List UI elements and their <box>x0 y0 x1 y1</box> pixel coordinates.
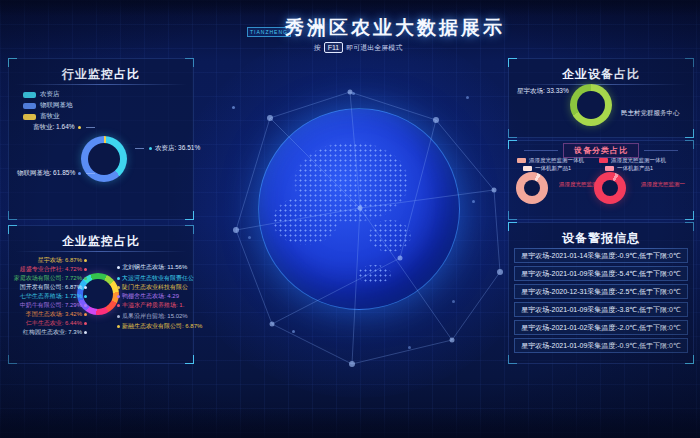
category-legend-item[interactable]: 一体机新产品1 <box>605 165 653 172</box>
title-line <box>524 150 558 151</box>
dashboard-root: TIANZHENG 秀洲区农业大数据展示 按F11即可退出全屏模式 行业监控占比… <box>0 0 700 438</box>
enterprise-panel-title: 企业监控占比 <box>9 226 193 250</box>
alert-row: 星宇农场-2021-01-02采集温度:-2.0℃,低于下限:0℃ <box>514 320 688 335</box>
legend-swatch <box>599 158 608 163</box>
legend-label: 一体机新产品1 <box>617 165 653 172</box>
legend-swatch <box>523 166 532 171</box>
page-title: 秀洲区农业大数据展示 <box>285 15 505 41</box>
slice-label: 大运河生态牧业有限责任公 <box>115 274 194 283</box>
corner-decoration <box>685 58 694 67</box>
slice-label-text: 新融生态农业有限公司: 6.87% <box>122 323 202 329</box>
legend-label: 温湿度光照监测一体机 <box>529 157 584 164</box>
callout-dot <box>78 172 81 175</box>
legend-label: 物联网基地 <box>40 101 73 110</box>
corner-decoration <box>8 355 17 364</box>
background-specks <box>0 0 3 3</box>
leader-line <box>86 173 95 174</box>
donut-hole <box>524 180 540 196</box>
slice-label: 国开发有限公司: 6.87% <box>11 283 89 292</box>
fullscreen-hint: 按F11即可退出全屏模式 <box>258 42 458 53</box>
slice-label-text: 瓜果沿岸自留地: 15.02% <box>122 313 188 319</box>
legend-item-nongzidian[interactable]: 农资店 <box>23 89 73 100</box>
title-line <box>644 150 678 151</box>
alert-row: 星宇农场-2021-01-09采集温度:-5.4℃,低于下限:0℃ <box>514 266 688 281</box>
legend-item-wulianwang[interactable]: 物联网基地 <box>23 100 73 111</box>
category-donut-right[interactable] <box>594 172 626 204</box>
title-divider <box>15 251 187 252</box>
callout-text: 温湿度光照监测一 <box>641 181 685 187</box>
callout-text: 民主村党群服务中心 <box>621 109 680 116</box>
slice-dot <box>117 295 120 298</box>
category-title-row: 设备分类占比 <box>509 143 693 158</box>
network-overlay <box>200 58 520 378</box>
corner-decoration <box>508 355 517 364</box>
callout-text: 畜牧业: 1.64% <box>33 123 75 132</box>
device-panel-title: 企业设备占比 <box>509 59 693 83</box>
device-ratio-panel: 企业设备占比 星宇农场: 33.33% 民主村党群服务中心 <box>508 58 694 138</box>
callout-xingyu: 星宇农场: 33.33% <box>517 87 569 96</box>
enterprise-ratio-panel: 企业监控占比 星宇农场: 6.87% 超盛专业合作社: 4.72% 家庭农场有限… <box>8 225 194 364</box>
slice-label-text: 中奶牛有限公司: 7.29% <box>20 302 82 308</box>
slice-label-text: 国开发有限公司: 6.87% <box>20 284 82 290</box>
slice-label: 星宇农场: 6.87% <box>11 256 89 265</box>
slice-label: 北刘钢生态农场: 11.56% <box>115 263 187 272</box>
leader-line <box>86 127 95 128</box>
slice-label-text: 家庭农场有限公司: 7.72% <box>14 275 82 281</box>
slice-label: 七华生态养殖场: 1.72% <box>11 292 89 301</box>
slice-dot <box>117 277 120 280</box>
corner-decoration <box>685 222 694 231</box>
alert-row: 星宇农场-2021-01-09采集温度:-0.9℃,低于下限:0℃ <box>514 338 688 353</box>
slice-dot <box>84 304 87 307</box>
slice-label: 鸭棚舍生态农场: 4.29 <box>115 292 179 301</box>
slice-label: 家庭农场有限公司: 7.72% <box>11 274 89 283</box>
legend-swatch <box>23 92 36 98</box>
slice-label: 新融生态农业有限公司: 6.87% <box>115 322 202 331</box>
slice-dot <box>84 322 87 325</box>
slice-dot <box>84 313 87 316</box>
corner-decoration <box>508 129 517 138</box>
slice-dot <box>117 325 120 328</box>
category-legend-item[interactable]: 温湿度光照监测一体机 <box>599 157 666 164</box>
slice-label-text: 北刘钢生态农场: 11.56% <box>122 264 187 270</box>
slice-label-text: 星宇农场: 6.87% <box>38 257 82 263</box>
alert-row: 星宇农场-2021-01-14采集温度:-0.9℃,低于下限:0℃ <box>514 248 688 263</box>
legend-swatch <box>23 114 36 120</box>
slice-label-text: 超盛专业合作社: 4.72% <box>20 266 82 272</box>
callout-text: 星宇农场: 33.33% <box>517 87 569 94</box>
slice-label: 中奶牛有限公司: 7.29% <box>11 301 89 310</box>
slice-dot <box>117 304 120 307</box>
corner-decoration <box>8 211 17 220</box>
callout-text: 物联网基地: 61.85% <box>17 169 75 178</box>
alert-row: 星宇农场-2020-12-31采集温度:-2.5℃,低于下限:0℃ <box>514 284 688 299</box>
hint-prefix: 按 <box>314 44 321 51</box>
legend-swatch <box>23 103 36 109</box>
callout-dot <box>149 147 152 150</box>
legend-label: 畜牧业 <box>40 112 60 121</box>
legend-label: 农资店 <box>40 90 60 99</box>
category-legend-item[interactable]: 温湿度光照监测一体机 <box>517 157 584 164</box>
corner-decoration <box>185 58 194 67</box>
slice-label: 超盛专业合作社: 4.72% <box>11 265 89 274</box>
slice-label-text: 丰溢水产种质养殖场: 1. <box>122 302 184 308</box>
callout-livestock: 畜牧业: 1.64% <box>33 123 97 132</box>
slice-dot <box>84 286 87 289</box>
slice-label-text: 仁丰生态农业: 6.44% <box>26 320 82 326</box>
callout-minzhu: 民主村党群服务中心 <box>621 109 680 118</box>
device-donut-chart[interactable] <box>570 84 612 126</box>
slice-label: 丰溢水产种质养殖场: 1. <box>115 301 184 310</box>
alert-row: 星宇农场-2021-01-09采集温度:-3.8℃,低于下限:0℃ <box>514 302 688 317</box>
category-legend-item[interactable]: 一体机新产品1 <box>523 165 571 172</box>
legend-swatch <box>605 166 614 171</box>
legend-label: 温湿度光照监测一体机 <box>611 157 666 164</box>
industry-panel-title: 行业监控占比 <box>9 59 193 83</box>
device-alerts-panel: 设备警报信息 星宇农场-2021-01-14采集温度:-0.9℃,低于下限:0℃… <box>508 222 694 364</box>
legend-swatch <box>517 158 526 163</box>
slice-label-text: 七华生态养殖场: 1.72% <box>20 293 82 299</box>
slice-dot <box>117 266 120 269</box>
legend-item-xumuye[interactable]: 畜牧业 <box>23 111 73 122</box>
alerts-panel-title: 设备警报信息 <box>509 223 693 247</box>
leader-line <box>135 148 144 149</box>
f11-key-badge: F11 <box>324 42 344 53</box>
category-donut-left[interactable] <box>516 172 548 204</box>
slice-label: 李国生态农场: 3.42% <box>11 310 89 319</box>
